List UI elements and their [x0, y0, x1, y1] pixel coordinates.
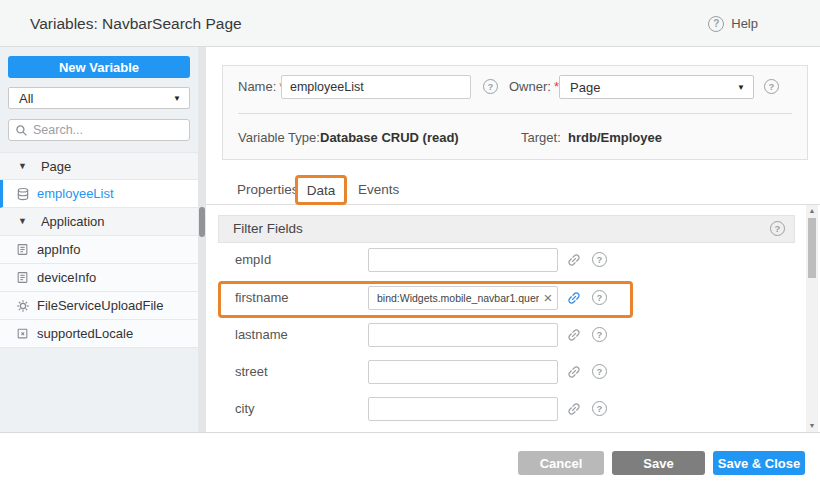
model-variable-icon [16, 271, 30, 285]
tree-item-fileserviceuploadfile[interactable]: FileServiceUploadFile [0, 292, 198, 320]
detail-tabs: Properties Data Events [206, 175, 820, 205]
tree-group-page[interactable]: ▼ Page [0, 152, 198, 180]
tab-data[interactable]: Data [298, 175, 344, 205]
filter-field-row-street: street ? [206, 360, 820, 384]
variable-type-value: Database CRUD (read) [320, 128, 459, 148]
field-label: empId [235, 248, 271, 272]
tree-item-label: FileServiceUploadFile [37, 298, 163, 313]
variable-detail-panel: Name:* ? Owner:* Page ▼ ? Variable Type:… [206, 47, 820, 432]
target-label: Target: [521, 128, 561, 148]
name-label: Name:* [238, 75, 284, 99]
dialog-title: Variables: NavbarSearch Page [30, 0, 242, 47]
city-value-input[interactable] [368, 397, 558, 421]
lastname-value-input[interactable] [368, 323, 558, 347]
variables-sidebar: New Variable All ▼ ▼ Page employeeList ▼… [0, 47, 198, 432]
content-scrollbar[interactable]: ▲ ▼ [806, 205, 818, 432]
tree-item-label: employeeList [37, 186, 114, 201]
tree-item-employeelist[interactable]: employeeList [0, 180, 198, 208]
variable-search [8, 119, 190, 141]
tree-item-label: deviceInfo [37, 270, 96, 285]
content-scrollbar-thumb[interactable] [808, 218, 816, 278]
empid-value-input[interactable] [368, 248, 558, 272]
filter-fields-help-icon[interactable]: ? [770, 221, 785, 236]
tree-item-label: appInfo [37, 242, 80, 257]
model-variable-icon [16, 243, 30, 257]
variable-filter-value: All [19, 91, 33, 106]
dialog-footer: Cancel Save Save & Close [0, 432, 820, 490]
filter-field-row-firstname: firstname × ? [206, 286, 820, 310]
filter-field-row-city: city ? [206, 397, 820, 421]
target-value: hrdb/Employee [568, 128, 662, 148]
field-label: city [235, 397, 255, 421]
tree-group-label: Page [41, 159, 71, 174]
street-value-input[interactable] [368, 360, 558, 384]
sidebar-scrollbar-thumb[interactable] [199, 207, 205, 237]
tab-events[interactable]: Events [358, 175, 399, 205]
search-input[interactable] [33, 123, 173, 137]
caret-down-icon: ▼ [173, 94, 181, 103]
owner-select-value: Page [570, 80, 600, 95]
tree-group-application[interactable]: ▼ Application [0, 208, 198, 236]
field-help-icon[interactable]: ? [592, 401, 607, 416]
filter-fields-section-header: Filter Fields ? [218, 215, 795, 243]
bind-link-icon[interactable] [566, 401, 582, 417]
scroll-up-icon[interactable]: ▲ [806, 205, 818, 217]
field-help-icon[interactable]: ? [592, 290, 607, 305]
cancel-button[interactable]: Cancel [518, 451, 604, 475]
filter-field-row-empid: empId ? [206, 248, 820, 272]
sidebar-scrollbar[interactable] [198, 47, 206, 432]
field-label: firstname [235, 286, 288, 310]
field-label: street [235, 360, 268, 384]
tree-item-supportedlocale[interactable]: supportedLocale [0, 320, 198, 348]
tree-group-label: Application [41, 214, 105, 229]
bind-link-icon[interactable] [566, 252, 582, 268]
field-label: lastname [235, 323, 288, 347]
owner-help-icon[interactable]: ? [764, 79, 779, 94]
variable-tree: ▼ Page employeeList ▼ Application appInf… [0, 152, 198, 348]
summary-divider [238, 113, 792, 114]
help-label: Help [731, 16, 758, 31]
new-variable-button[interactable]: New Variable [8, 56, 190, 78]
bind-link-icon[interactable] [566, 364, 582, 380]
help-link[interactable]: ? Help [708, 0, 758, 47]
owner-select[interactable]: Page ▼ [559, 75, 754, 99]
clear-binding-icon[interactable]: × [540, 288, 556, 308]
tree-item-deviceinfo[interactable]: deviceInfo [0, 264, 198, 292]
scroll-down-icon[interactable]: ▼ [806, 420, 818, 432]
save-button[interactable]: Save [612, 451, 705, 475]
variable-summary-panel: Name:* ? Owner:* Page ▼ ? Variable Type:… [222, 65, 808, 160]
variable-name-input[interactable] [281, 75, 471, 99]
variables-dialog: Variables: NavbarSearch Page ? Help New … [0, 0, 820, 490]
caret-down-icon: ▼ [737, 83, 745, 92]
filter-field-row-lastname: lastname ? [206, 323, 820, 347]
save-and-close-button[interactable]: Save & Close [713, 451, 805, 475]
collapse-arrow-icon: ▼ [18, 162, 27, 171]
bind-link-icon-active[interactable] [566, 290, 582, 306]
variable-type-label: Variable Type: [238, 128, 320, 148]
dialog-header: Variables: NavbarSearch Page ? Help [0, 0, 820, 47]
service-variable-icon [16, 299, 30, 313]
bind-link-icon[interactable] [566, 327, 582, 343]
data-tab-content: Filter Fields ? empId ? firstname × [206, 205, 820, 432]
name-help-icon[interactable]: ? [483, 79, 498, 94]
tree-item-appinfo[interactable]: appInfo [0, 236, 198, 264]
filter-fields-title: Filter Fields [233, 216, 303, 242]
field-help-icon[interactable]: ? [592, 364, 607, 379]
owner-label: Owner:* [509, 75, 559, 99]
database-crud-variable-icon [16, 187, 30, 201]
variable-filter-select[interactable]: All ▼ [8, 87, 190, 109]
field-help-icon[interactable]: ? [592, 252, 607, 267]
locale-variable-icon [16, 327, 30, 341]
collapse-arrow-icon: ▼ [18, 217, 27, 226]
field-help-icon[interactable]: ? [592, 327, 607, 342]
firstname-value-input[interactable] [368, 286, 558, 310]
tab-properties[interactable]: Properties [237, 175, 299, 205]
help-circle-icon: ? [708, 16, 724, 32]
search-icon [15, 124, 28, 137]
tree-item-label: supportedLocale [37, 326, 133, 341]
